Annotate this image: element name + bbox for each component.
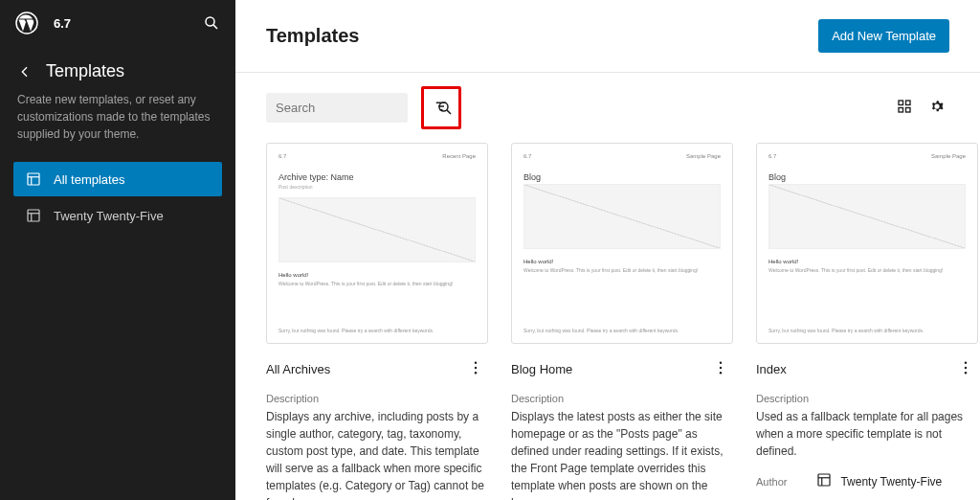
template-grid: 6.7Recent Page Archive type: NamePost de… [235,143,980,500]
description-heading: Description [511,393,733,404]
svg-rect-14 [899,101,903,105]
svg-point-32 [965,372,967,374]
svg-rect-6 [28,210,39,221]
layout-icon [25,207,42,224]
sidebar-nav-header: Templates [0,46,235,91]
svg-point-26 [720,372,722,374]
template-thumbnail[interactable]: 6.7Sample Page Blog Hello world! Welcome… [756,143,978,344]
template-actions-button[interactable] [708,355,733,383]
template-description: Used as a fallback template for all page… [756,408,978,460]
svg-point-19 [475,367,477,369]
command-palette-icon[interactable] [203,14,220,32]
toolbar [235,73,980,143]
svg-rect-33 [818,474,830,486]
gear-icon [928,98,946,115]
back-icon[interactable] [17,64,33,80]
sidebar-item-label: All templates [54,172,124,187]
sidebar-title: Templates [46,61,124,81]
template-actions-button[interactable] [463,355,488,383]
svg-point-31 [965,367,967,369]
sidebar-item-label: Twenty Twenty-Five [54,209,164,223]
template-author: Twenty Twenty-Five [815,471,942,491]
svg-point-30 [965,362,967,364]
filter-highlight [421,86,461,129]
template-thumbnail[interactable]: 6.7Sample Page Blog Hello world! Welcome… [511,143,733,344]
template-actions-button[interactable] [953,355,978,383]
svg-point-25 [720,367,722,369]
template-title: Index [756,362,787,376]
svg-rect-15 [906,101,911,105]
main-panel: Templates Add New Template [235,0,980,500]
filter-icon [433,98,450,115]
template-card: 6.7Sample Page Blog Hello world! Welcome… [756,143,978,481]
svg-point-20 [475,372,477,374]
template-title: All Archives [266,362,330,376]
svg-point-18 [475,362,477,364]
svg-rect-16 [899,108,903,113]
template-title: Blog Home [511,362,572,376]
sidebar-nav-list: All templates Twenty Twenty-Five [0,162,235,235]
sidebar-topbar: 6.7 [0,0,235,46]
search-input[interactable] [276,93,436,123]
template-card: 6.7Recent Page Archive type: NamePost de… [266,143,488,481]
template-thumbnail[interactable]: 6.7Recent Page Archive type: NamePost de… [266,143,488,344]
svg-point-24 [720,362,722,364]
grid-icon [896,98,913,115]
filter-button[interactable] [429,94,454,122]
svg-rect-17 [906,108,911,113]
view-options-button[interactable] [924,94,949,122]
more-icon [957,365,974,379]
sidebar-item-all-templates[interactable]: All templates [13,162,222,196]
template-card: 6.7Sample Page Blog Hello world! Welcome… [511,143,733,481]
page-title: Templates [266,25,359,47]
author-heading: Author [756,476,787,488]
sidebar-panel: 6.7 Templates Create new templates, or r… [0,0,235,500]
sidebar-description: Create new templates, or reset any custo… [0,91,235,162]
svg-rect-3 [28,173,39,185]
more-icon [467,365,484,379]
add-new-template-button[interactable]: Add New Template [818,19,949,53]
main-header: Templates Add New Template [235,0,980,73]
svg-point-1 [206,17,214,26]
template-description: Displays any archive, including posts by… [266,408,488,500]
more-icon [712,365,729,379]
sidebar-item-theme[interactable]: Twenty Twenty-Five [13,198,222,233]
wp-version: 6.7 [54,16,71,31]
search-box[interactable] [266,93,408,123]
layout-icon [25,170,42,188]
description-heading: Description [756,393,978,404]
wordpress-logo-icon[interactable] [15,11,38,34]
svg-line-2 [213,25,217,29]
template-description: Displays the latest posts as either the … [511,408,733,500]
layout-icon [815,471,833,491]
grid-view-button[interactable] [892,94,917,122]
description-heading: Description [266,393,488,404]
